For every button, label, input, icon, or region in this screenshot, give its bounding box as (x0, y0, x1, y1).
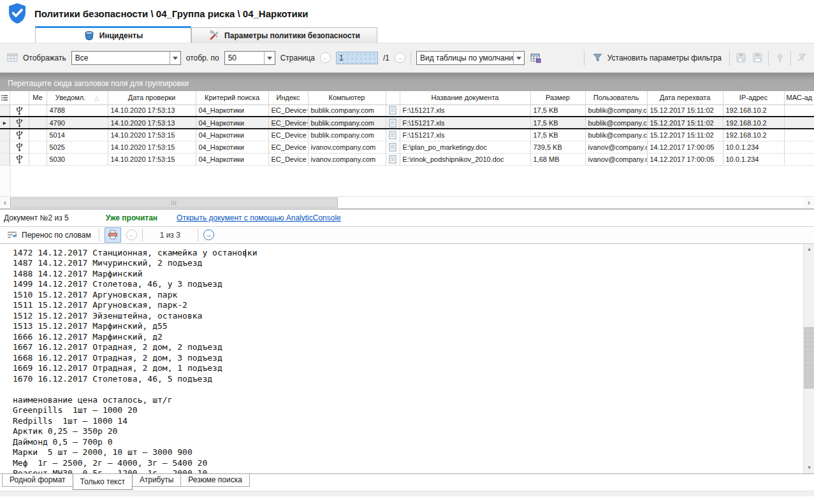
tab-incidents[interactable]: Инциденты (35, 26, 191, 43)
separator (768, 50, 769, 66)
separator (729, 50, 730, 66)
document-text-view[interactable]: 1472 14.12.2017 Станционная, скамейка у … (0, 244, 814, 474)
print-button[interactable] (105, 227, 121, 243)
separator (142, 229, 143, 241)
grid-header-row: Ме Уведомл.△ Дата проверки Критерий поис… (0, 91, 814, 104)
per-page-label: отобр. по (186, 54, 219, 62)
scroll-down-icon[interactable]: ▼ (804, 463, 814, 473)
tab-attributes[interactable]: Атрибуты (132, 474, 181, 487)
cell-mac (784, 129, 814, 141)
cell-criteria: 04_Наркотики (196, 104, 268, 117)
view-mode-tabs: Родной формат Только текст Атрибуты Резю… (0, 474, 814, 491)
document-text: 1472 14.12.2017 Станционная, скамейка у … (0, 244, 814, 473)
shield-check-icon (6, 3, 28, 24)
row-indicator (0, 129, 10, 141)
cell-capture-date: 15.12.2017 15:11:02 (647, 104, 723, 117)
cell-criteria: 04_Наркотики (196, 129, 268, 141)
column-doc-name[interactable]: Название документа (400, 91, 530, 104)
clear-filter-icon[interactable] (796, 52, 808, 64)
column-computer[interactable]: Компьютер (308, 91, 386, 104)
word-wrap-button[interactable]: Перенос по словам (4, 228, 94, 242)
separator (790, 50, 791, 66)
scroll-up-icon[interactable]: ▲ (804, 244, 814, 255)
table-row[interactable]: 5025 14.10.2020 17:53:15 04_Наркотики EC… (0, 141, 814, 153)
cell-notice: 5025 (47, 141, 108, 153)
table-row[interactable]: ▸ 4790 14.10.2020 17:53:13 04_Наркотики … (0, 117, 814, 129)
page-prev-button[interactable]: ← (320, 52, 331, 63)
table-row[interactable]: 4788 14.10.2020 17:53:13 04_Наркотики EC… (0, 104, 814, 117)
next-page-button[interactable]: → (203, 229, 214, 240)
word-wrap-icon (6, 229, 18, 241)
cell-doc-name: F:\151217.xls (400, 129, 530, 141)
column-notice[interactable]: Уведомл.△ (47, 91, 108, 104)
column-check-date[interactable]: Дата проверки (108, 91, 196, 104)
document-viewer-toolbar: Перенос по словам ← 1 из 3 → (0, 226, 814, 244)
row-selector-header[interactable] (0, 91, 10, 104)
save-as-icon[interactable] (752, 52, 763, 64)
cell-computer: bublik.company.com (308, 129, 386, 141)
usb-device-icon (10, 141, 29, 153)
row-indicator-selected: ▸ (0, 117, 10, 129)
funnel-icon (592, 52, 604, 64)
cell-capture-date: 15.12.2017 15:11:02 (647, 129, 723, 141)
edit-table-view-icon[interactable] (530, 52, 541, 64)
row-indicator (0, 104, 10, 117)
scroll-left-icon[interactable]: ‹ (0, 197, 10, 208)
column-index[interactable]: Индекс (268, 91, 308, 104)
chevron-down-icon (170, 52, 180, 64)
page-next-button[interactable]: → (395, 52, 405, 63)
pin-filter-icon[interactable] (774, 52, 785, 64)
column-user[interactable]: Пользователь (585, 91, 647, 104)
bucket-icon (84, 30, 95, 41)
column-doc-icon[interactable] (386, 91, 400, 104)
display-filter-select[interactable]: Все (71, 51, 181, 65)
tab-policy-params[interactable]: Параметры политики безопасности (191, 27, 377, 43)
save-filter-icon[interactable] (735, 52, 746, 64)
cell-index: EC_Device (268, 129, 308, 141)
column-device-icon[interactable] (10, 91, 29, 104)
document-counter: Документ №2 из 5 (4, 213, 69, 222)
tab-text-only[interactable]: Только текст (73, 474, 133, 490)
cell-index: EC_Device (268, 141, 308, 153)
cell-computer: bublik.company.com (308, 117, 386, 129)
cell-check-date: 14.10.2020 17:53:13 (108, 104, 196, 117)
cell-check-date: 14.10.2020 17:53:15 (108, 153, 196, 165)
set-filter-params-button[interactable]: Установить параметры фильтра (590, 51, 724, 65)
cell-ip: 192.168.10.2 (723, 117, 784, 129)
column-capture-date[interactable]: Дата перехвата (647, 91, 723, 104)
grid-empty-area (0, 166, 814, 196)
cell-ip: 10.0.1.234 (723, 141, 784, 153)
open-in-analyticconsole-link[interactable]: Открыть документ с помощью AnalyticConso… (177, 213, 341, 222)
grid-horizontal-scrollbar[interactable]: ‹ ||| › (0, 196, 814, 208)
tab-search-summary[interactable]: Резюме поиска (180, 474, 250, 487)
page-label: Страница (280, 54, 315, 62)
tab-native-format[interactable]: Родной формат (2, 474, 73, 487)
cell-user: ivanov@company.com (585, 153, 647, 165)
table-row[interactable]: 5030 14.10.2020 17:53:15 04_Наркотики EC… (0, 153, 814, 165)
toolbar-right-group: Установить параметры фильтра (584, 50, 808, 66)
title-bar: Политики безопасности \ 04_Группа риска … (0, 0, 814, 27)
cell-computer: bublik.company.com (308, 104, 386, 117)
column-criteria[interactable]: Критерий поиска (196, 91, 268, 104)
vertical-scroll-thumb[interactable] (804, 327, 814, 389)
page-number-input[interactable] (336, 52, 378, 64)
prev-page-button[interactable]: ← (126, 229, 137, 240)
separator (198, 229, 198, 241)
cell-criteria: 04_Наркотики (196, 117, 268, 129)
column-mac[interactable]: МАС-ад (784, 91, 814, 104)
table-view-select[interactable]: Вид таблицы по умолчанию (416, 51, 525, 65)
per-page-select[interactable]: 50 (224, 51, 275, 65)
scroll-right-icon[interactable]: › (804, 197, 814, 208)
cell-mac (784, 117, 814, 129)
horizontal-scroll-thumb[interactable]: ||| (10, 198, 338, 208)
group-by-drop-zone[interactable]: Перетащите сюда заголовок поля для групп… (0, 73, 814, 91)
cell-notice: 4788 (47, 104, 108, 117)
cell-size: 1,68 MB (530, 153, 585, 165)
column-size[interactable]: Размер (530, 91, 585, 104)
document-vertical-scrollbar[interactable]: ▲ ▼ (803, 244, 814, 473)
column-ip[interactable]: IP-адрес (723, 91, 784, 104)
table-row[interactable]: 5014 14.10.2020 17:53:15 04_Наркотики EC… (0, 129, 814, 141)
column-me[interactable]: Ме (29, 91, 47, 104)
cell-size: 739,5 KB (530, 141, 585, 153)
cell-ip: 192.168.10.2 (723, 129, 784, 141)
